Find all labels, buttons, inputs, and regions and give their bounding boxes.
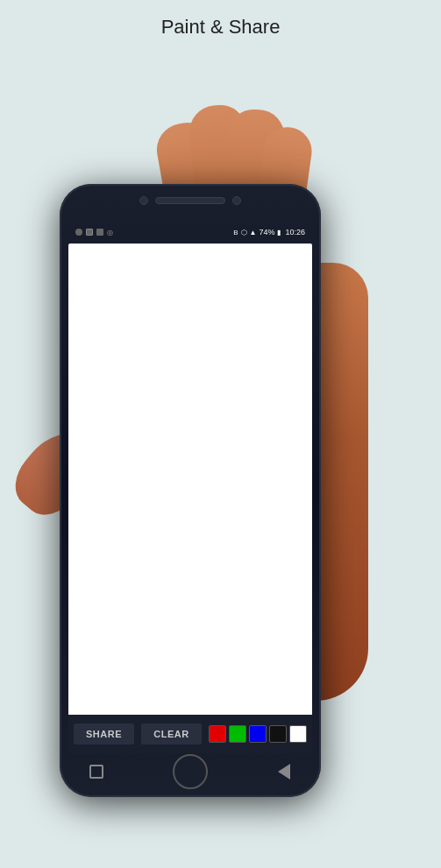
bluetooth-icon: B — [233, 229, 238, 236]
battery-icon: ▮ — [277, 229, 281, 236]
share-button[interactable]: SHARE — [74, 723, 134, 745]
color-swatch-green[interactable] — [229, 725, 246, 743]
sensor-icon — [232, 196, 241, 205]
status-right: B ⬡ ▲ 74% ▮ 10:26 — [233, 228, 305, 236]
signal-icon: ⬡ — [241, 229, 247, 236]
color-swatch-black[interactable] — [269, 725, 287, 743]
color-swatch-red[interactable] — [209, 725, 226, 743]
nav-home-button[interactable] — [173, 754, 208, 789]
circle-icon — [75, 229, 82, 236]
wifi-icon: ◎ — [107, 229, 113, 236]
nav-recent-button[interactable] — [274, 761, 295, 782]
recent-icon — [278, 764, 290, 780]
battery-percentage: 74% — [259, 228, 274, 236]
phone-nav — [68, 757, 312, 787]
bottom-toolbar: SHARE CLEAR — [68, 715, 312, 753]
drawing-canvas[interactable] — [68, 243, 312, 718]
phone-top — [103, 196, 278, 205]
phone-icon — [96, 229, 103, 236]
status-left: ◎ — [75, 229, 113, 236]
status-bar: ◎ B ⬡ ▲ 74% ▮ 10:26 — [68, 222, 312, 242]
color-swatch-white[interactable] — [289, 725, 307, 743]
bars-icon: ▲ — [250, 229, 257, 236]
speaker-grille — [155, 197, 225, 204]
square-icon — [86, 229, 93, 236]
color-swatches — [209, 725, 307, 743]
clock: 10:26 — [285, 228, 305, 236]
page-title: Paint & Share — [0, 0, 441, 47]
scene: ◎ B ⬡ ▲ 74% ▮ 10:26 SHARE CLEAR — [0, 53, 441, 867]
back-icon — [89, 765, 103, 779]
clear-button[interactable]: CLEAR — [141, 723, 201, 745]
color-swatch-blue[interactable] — [249, 725, 267, 743]
phone-frame: ◎ B ⬡ ▲ 74% ▮ 10:26 SHARE CLEAR — [60, 184, 321, 797]
nav-back-button[interactable] — [86, 761, 107, 782]
front-camera-icon — [139, 196, 148, 205]
